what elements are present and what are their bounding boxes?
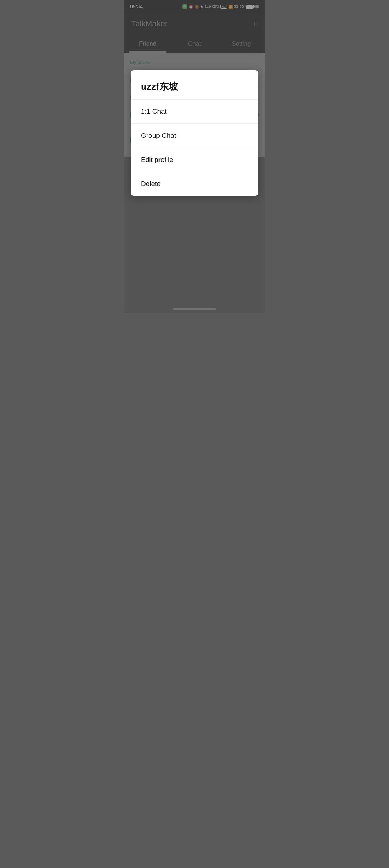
context-menu-dialog: uzzf东坡 1:1 Chat Group Chat Edit profile … [131,70,258,196]
dialog-username: uzzf东坡 [141,81,178,92]
menu-item-delete[interactable]: Delete [131,172,258,196]
dialog-header: uzzf东坡 [131,70,258,99]
menu-item-group-chat[interactable]: Group Chat [131,124,258,148]
menu-item-edit-profile[interactable]: Edit profile [131,148,258,172]
menu-item-one-chat[interactable]: 1:1 Chat [131,100,258,123]
